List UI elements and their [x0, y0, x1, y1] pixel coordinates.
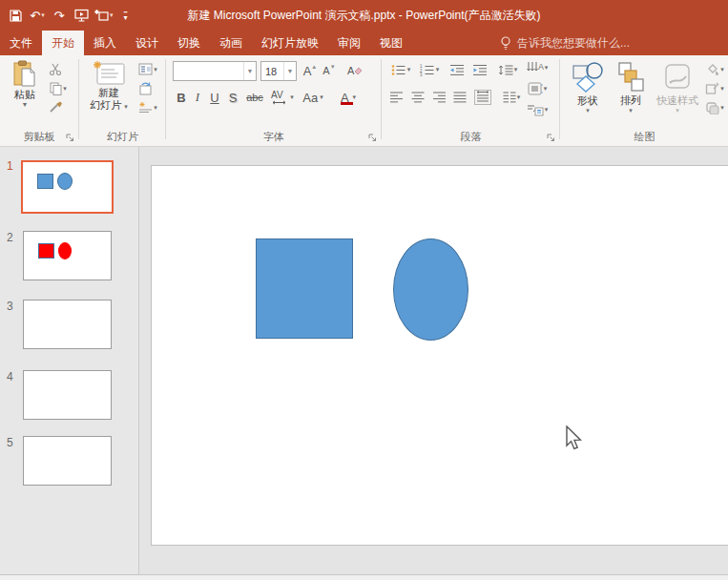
align-center-button[interactable] — [408, 90, 427, 105]
tab-slideshow[interactable]: 幻灯片放映 — [252, 31, 328, 55]
tell-me-box[interactable]: 告诉我您想要做什么... — [500, 31, 630, 55]
distributed-button[interactable] — [471, 88, 494, 107]
shapes-icon — [571, 60, 605, 94]
dropdown-arrow-icon: ▾ — [720, 66, 724, 73]
italic-button[interactable]: I — [191, 88, 204, 107]
shape-effects-button[interactable]: ▾ — [701, 99, 728, 115]
format-painter-button[interactable] — [44, 99, 67, 115]
shape-fill-button[interactable]: ▾ — [701, 61, 728, 77]
text-direction-button[interactable]: A ▾ — [522, 60, 552, 75]
tab-insert[interactable]: 插入 — [84, 31, 126, 55]
bullets-icon — [391, 64, 406, 76]
slide-1-rectangle-shape — [37, 174, 53, 189]
new-slide-label-line1: 新建 — [98, 87, 119, 99]
section-button[interactable]: ▾ — [134, 99, 162, 115]
tab-review[interactable]: 审阅 — [328, 31, 370, 55]
dropdown-arrow-icon: ▾ — [720, 104, 724, 112]
dropdown-arrow-icon: ▾ — [545, 106, 549, 114]
paragraph-group: ▾ 123 ▾ ▾ A ▾ ▾ ▾ — [383, 55, 559, 146]
ribbon: 粘贴 ▼ ▾ 剪贴板 新建 幻灯片 ▾ — [0, 55, 728, 147]
panel-splitter[interactable] — [138, 147, 139, 574]
slides-group-label: 幻灯片 — [80, 130, 165, 144]
align-left-button[interactable] — [387, 90, 406, 105]
font-name-combobox[interactable]: ▼ — [173, 61, 257, 81]
slide-2-thumbnail[interactable] — [23, 231, 112, 280]
decrease-indent-button[interactable] — [447, 62, 468, 77]
bold-button[interactable]: B — [174, 88, 189, 107]
slide-1-thumbnail[interactable] — [21, 160, 114, 214]
font-size-combobox[interactable]: 18 ▼ — [260, 61, 297, 81]
quick-styles-button[interactable]: 快速样式 ▾ — [653, 60, 702, 114]
slide-4-number: 4 — [7, 370, 13, 383]
align-text-button[interactable]: ▾ — [522, 81, 552, 96]
smartart-icon — [527, 103, 544, 116]
convert-smartart-button[interactable]: ▾ — [522, 102, 552, 117]
arrange-button[interactable]: 排列 ▾ — [611, 60, 651, 114]
drawing-group: 形状 ▾ 排列 ▾ 快速样式 ▾ ▾ ▾ — [561, 55, 728, 146]
shapes-button[interactable]: 形状 ▾ — [568, 60, 608, 114]
redo-button[interactable]: ↷ — [50, 4, 69, 27]
arrange-icon — [615, 60, 646, 94]
paste-button[interactable]: 粘贴 ▼ — [6, 60, 44, 109]
start-slideshow-button[interactable] — [72, 4, 91, 27]
slide-3-thumbnail[interactable] — [23, 300, 112, 349]
dropdown-arrow-icon: ▾ — [676, 107, 679, 114]
tab-file[interactable]: 文件 — [0, 31, 42, 55]
clear-formatting-button[interactable]: A — [344, 61, 364, 80]
numbering-button[interactable]: 123 ▾ — [416, 62, 443, 77]
slide-4-thumbnail[interactable] — [23, 370, 112, 420]
cut-button[interactable] — [44, 61, 67, 77]
reset-slide-button[interactable] — [134, 80, 156, 96]
change-case-button[interactable]: Aa▾ — [300, 88, 326, 107]
columns-button[interactable]: ▾ — [498, 90, 525, 105]
slide-2-ellipse-shape — [58, 242, 72, 259]
line-spacing-button[interactable]: ▾ — [494, 62, 521, 77]
text-shadow-button[interactable]: S — [225, 88, 240, 107]
align-right-button[interactable] — [429, 90, 448, 105]
slide-layout-button[interactable]: ▾ — [134, 61, 162, 77]
group-separator — [559, 59, 560, 139]
character-spacing-button[interactable]: AV ▾ — [268, 88, 297, 107]
tab-animations[interactable]: 动画 — [210, 31, 252, 55]
undo-button[interactable]: ↶▾ — [28, 4, 47, 27]
copy-icon — [50, 82, 62, 95]
window-title: 新建 Microsoft PowerPoint 演示文稿.pptx - Powe… — [114, 0, 614, 31]
shrink-font-button[interactable]: A▼ — [321, 61, 338, 80]
slide-5-thumbnail[interactable] — [23, 436, 112, 486]
strikethrough-button[interactable]: abc — [243, 88, 266, 107]
clear-formatting-icon: A — [346, 64, 362, 77]
font-color-button[interactable]: A ▾ — [335, 88, 362, 107]
underline-button[interactable]: U — [207, 88, 222, 107]
workspace: 1 2 3 4 5 — [0, 147, 728, 574]
align-right-icon — [432, 92, 446, 103]
tab-design[interactable]: 设计 — [126, 31, 168, 55]
tell-me-label: 告诉我您想要做什么... — [517, 35, 630, 52]
increase-indent-button[interactable] — [469, 62, 490, 77]
dropdown-arrow-icon: ▾ — [720, 85, 724, 93]
shape-outline-button[interactable]: ▾ — [701, 80, 728, 96]
undo-icon: ↶ — [30, 9, 40, 23]
paragraph-dialog-launcher[interactable] — [546, 133, 556, 143]
justify-button[interactable] — [450, 90, 469, 105]
justify-icon — [453, 92, 467, 103]
slide-canvas[interactable] — [151, 165, 728, 546]
copy-button[interactable]: ▾ — [44, 80, 73, 96]
slide-1-number: 1 — [7, 159, 13, 173]
tab-transitions[interactable]: 切换 — [168, 31, 210, 55]
dropdown-arrow-icon: ▾ — [544, 85, 548, 93]
dropdown-arrow-icon: ▾ — [517, 93, 521, 101]
new-slide-qat-button[interactable]: ▾ — [94, 4, 114, 27]
dropdown-arrow-icon: ▾ — [586, 107, 590, 114]
tab-home[interactable]: 开始 — [42, 31, 84, 55]
bullets-button[interactable]: ▾ — [387, 62, 414, 77]
font-dialog-launcher[interactable] — [367, 133, 378, 143]
rectangle-shape[interactable] — [256, 238, 353, 339]
layout-icon — [138, 63, 153, 75]
clipboard-dialog-launcher[interactable] — [65, 133, 75, 143]
tab-view[interactable]: 视图 — [370, 31, 412, 55]
status-bar — [0, 574, 728, 580]
ellipse-shape[interactable] — [393, 238, 468, 341]
save-icon[interactable] — [6, 4, 25, 27]
new-slide-button[interactable]: 新建 幻灯片 ▾ — [85, 60, 133, 112]
grow-font-button[interactable]: A▲ — [302, 61, 319, 80]
